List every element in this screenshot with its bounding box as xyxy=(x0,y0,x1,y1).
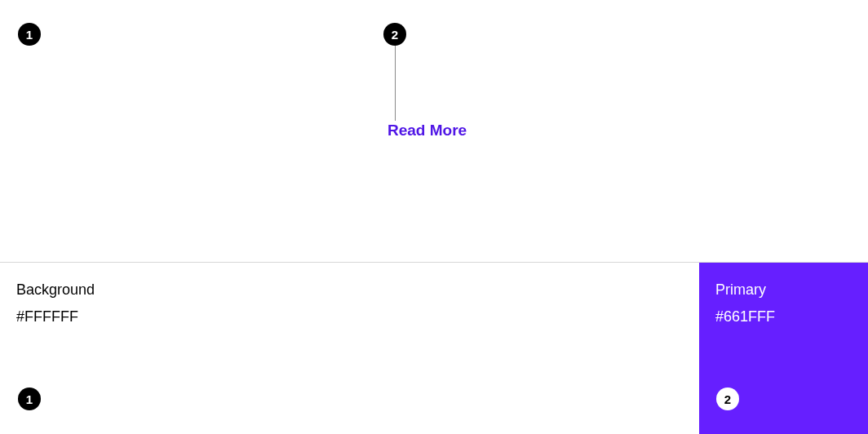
callout-badge-1: 1 xyxy=(18,23,41,46)
read-more-link[interactable]: Read More xyxy=(388,122,467,140)
swatch-primary-label: Primary xyxy=(715,277,852,303)
swatch-badge-2: 2 xyxy=(716,388,739,410)
color-swatch-row: Background #FFFFFF Primary #661FFF xyxy=(0,262,868,434)
swatch-badge-2-number: 2 xyxy=(724,392,731,406)
callout-badge-2: 2 xyxy=(383,23,406,46)
swatch-background-label: Background xyxy=(16,277,683,303)
swatch-primary-hex: #661FFF xyxy=(715,304,852,330)
swatch-badge-1: 1 xyxy=(18,388,41,410)
callout-badge-2-number: 2 xyxy=(392,28,398,42)
demo-area: 1 2 Read More xyxy=(0,0,868,262)
swatch-badge-1-number: 1 xyxy=(26,392,33,406)
callout-connector-line xyxy=(395,46,396,121)
swatch-background-hex: #FFFFFF xyxy=(16,304,683,330)
swatch-background: Background #FFFFFF xyxy=(0,263,699,434)
callout-badge-1-number: 1 xyxy=(26,28,33,42)
